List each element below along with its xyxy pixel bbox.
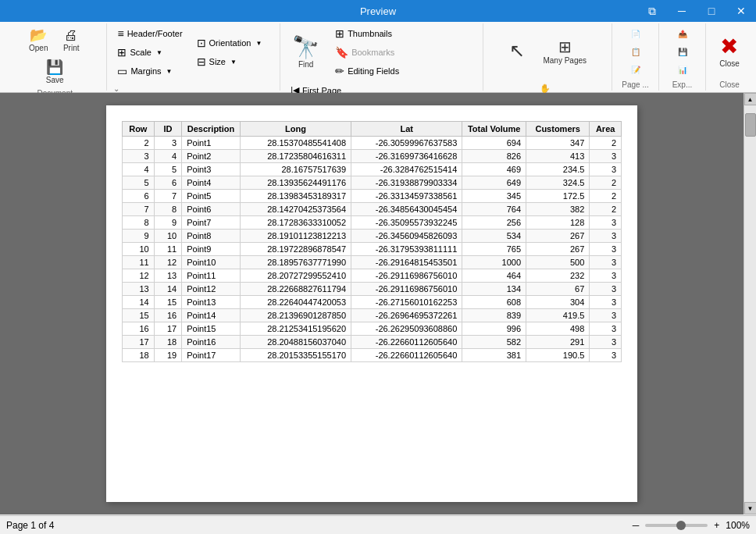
table-cell: 996 (462, 322, 526, 336)
table-cell: 10 (154, 230, 182, 243)
table-cell: -26.31795393811111 (351, 243, 462, 256)
table-cell: 15 (154, 296, 182, 309)
export-btn2[interactable]: 💾 (667, 44, 698, 59)
page-container[interactable]: Row ID Description Long Lat Total Volume… (0, 93, 744, 514)
table-cell: Point1 (182, 137, 241, 150)
many-pages-button[interactable]: ⊞ Many Pages (536, 25, 594, 78)
zoom-slider[interactable] (645, 524, 708, 527)
print-button[interactable]: 🖨 Print (55, 25, 87, 55)
zoom-thumb[interactable] (676, 521, 686, 530)
table-row: 1718Point1628.20488156037040-26.22660112… (123, 336, 622, 349)
table-cell: 256 (462, 216, 526, 230)
save-button[interactable]: 💾 Save (39, 57, 70, 87)
orientation-arrow: ▼ (255, 40, 262, 47)
open-button[interactable]: 📂 Open (23, 25, 54, 55)
header-footer-button[interactable]: ≡ Header/Footer (112, 25, 187, 42)
table-cell: 347 (526, 137, 590, 150)
col-header-long: Long (240, 122, 351, 137)
margins-button[interactable]: ▭ Margins ▼ (112, 62, 187, 80)
scroll-track[interactable] (744, 105, 757, 502)
table-cell: -26.34560945826093 (351, 230, 462, 243)
export-btn3[interactable]: 📊 (667, 62, 698, 77)
scroll-down-button[interactable]: ▼ (744, 502, 757, 514)
table-cell: 234.5 (526, 163, 590, 176)
table-cell: Point11 (182, 269, 241, 283)
table-cell: 582 (462, 336, 526, 349)
table-row: 1213Point1128.20727299552410-26.29116986… (123, 269, 622, 283)
table-cell: 134 (462, 283, 526, 296)
header-footer-icon: ≡ (117, 27, 123, 40)
table-cell: 16 (154, 309, 182, 322)
bookmarks-button[interactable]: 🔖 Bookmarks (330, 44, 405, 61)
table-cell: 2 (590, 137, 622, 150)
page-btn3[interactable]: 📝 (620, 62, 651, 77)
editing-fields-button[interactable]: ✏ Editing Fields (330, 62, 405, 80)
restore-button[interactable]: ⧉ (637, 0, 667, 22)
table-cell: 172.5 (526, 190, 590, 203)
find-label: Find (298, 60, 313, 69)
table-cell: 324.5 (526, 176, 590, 190)
table-row: 34Point228.17235804616311-26.31699736416… (123, 150, 622, 163)
size-button[interactable]: ⊟ Size ▼ (191, 53, 268, 70)
table-cell: 419.5 (526, 309, 590, 322)
page-setup-right: ⊡ Orientation ▼ ⊟ Size ▼ (191, 34, 268, 70)
scroll-thumb[interactable] (745, 113, 756, 137)
col-header-total: Total Volume (462, 122, 526, 137)
close-window-button[interactable]: ✕ (726, 0, 756, 22)
table-cell: 3 (590, 230, 622, 243)
table-cell: 190.5 (526, 349, 590, 362)
page-btn1[interactable]: 📄 (620, 27, 651, 41)
table-row: 1415Point1328.22640447420053-26.27156010… (123, 296, 622, 309)
cursor-button[interactable]: ↖ (501, 25, 533, 78)
table-cell: 2 (123, 137, 155, 150)
table-cell: -26.29116986756010 (351, 269, 462, 283)
zoom-minus-button[interactable]: ─ (633, 520, 640, 531)
table-cell: 3 (590, 163, 622, 176)
scale-button[interactable]: ⊞ Scale ▼ (112, 44, 187, 61)
table-cell: -26.33134597338561 (351, 190, 462, 203)
table-cell: -26.22660112605640 (351, 336, 462, 349)
bookmarks-label: Bookmarks (351, 48, 394, 57)
close-label: Close (719, 59, 740, 68)
table-cell: 4 (123, 163, 155, 176)
scroll-up-button[interactable]: ▲ (744, 93, 757, 105)
table-cell: 28.17235804616311 (240, 150, 351, 163)
table-cell: 28.13983453189317 (240, 190, 351, 203)
close-preview-button[interactable]: ✖ Close (712, 26, 747, 79)
export-btn1[interactable]: 📤 (667, 27, 698, 41)
table-cell: 28.18957637771990 (240, 256, 351, 269)
table-cell: Point15 (182, 322, 241, 336)
thumbnails-button[interactable]: ⊞ Thumbnails (330, 25, 405, 42)
page-btn2[interactable]: 📋 (620, 44, 651, 59)
vertical-scrollbar[interactable]: ▲ ▼ (744, 93, 756, 514)
nav-small: ⊞ Thumbnails 🔖 Bookmarks ✏ Editing Field… (330, 25, 405, 80)
many-pages-label: Many Pages (543, 56, 587, 65)
orientation-icon: ⊡ (197, 37, 206, 49)
table-cell: 4 (154, 150, 182, 163)
minimize-button[interactable]: ─ (667, 0, 697, 22)
table-cell: -26.31699736416628 (351, 150, 462, 163)
table-cell: 500 (526, 256, 590, 269)
table-cell: 9 (154, 216, 182, 230)
table-cell: 694 (462, 137, 526, 150)
data-table: Row ID Description Long Lat Total Volume… (122, 121, 622, 362)
col-header-desc: Description (182, 122, 241, 137)
ribbon-content: 📂 Open 🖨 Print 💾 Save Document ≡ (0, 22, 756, 92)
table-cell: 3 (590, 296, 622, 309)
table-cell: 608 (462, 296, 526, 309)
table-cell: 28.17283633310052 (240, 216, 351, 230)
orientation-button[interactable]: ⊡ Orientation ▼ (191, 34, 268, 52)
maximize-button[interactable]: □ (697, 0, 726, 22)
table-cell: 14 (123, 296, 155, 309)
table-cell: Point12 (182, 283, 241, 296)
page-icon3: 📝 (631, 66, 640, 74)
document-page: Row ID Description Long Lat Total Volume… (106, 105, 637, 502)
zoom-level: 100% (726, 520, 750, 531)
table-cell: 11 (123, 256, 155, 269)
zoom-plus-button[interactable]: + (714, 520, 719, 531)
find-button[interactable]: 🔭 Find (285, 26, 326, 79)
table-cell: -26.29164815453501 (351, 256, 462, 269)
size-icon: ⊟ (197, 55, 206, 68)
scale-label: Scale (130, 48, 152, 57)
table-row: 1314Point1228.22668827611794-26.29116986… (123, 283, 622, 296)
